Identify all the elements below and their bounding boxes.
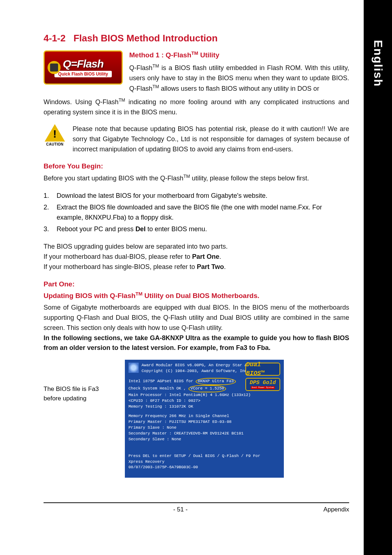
part-one-subheading: Updating BIOS with Q-FlashTM Utility on … [44, 291, 349, 300]
highlight-circle: 8KNXP Ultra Fa3 [196, 378, 236, 385]
bios-line: 08/07/2003-i875P-6A79BG03C-00 [128, 465, 280, 470]
logo-main: Q=Flash [63, 58, 103, 70]
clock-icon [48, 61, 61, 74]
before-heading: Before You Begin: [44, 162, 349, 170]
method1-intro: Q-FlashTM is a BIOS flash utility embedd… [129, 63, 349, 94]
guide-note-b: If your motherboard has dual-BIOS, pleas… [44, 252, 349, 262]
method1-continued: Windows. Using Q-FlashTM indicating no m… [44, 97, 349, 118]
bios-line: Xpress Recovery [128, 459, 280, 465]
bios-line: Press DEL to enter SETUP / Dual BIOS / Q… [128, 453, 280, 459]
guide-note-c: If your motherboard has single-BIOS, ple… [44, 262, 349, 272]
bios-line: Primary Slave : None [128, 425, 280, 431]
page-number: - 51 - [173, 506, 188, 513]
list-item: 2.Extract the BIOS file downloaded and s… [44, 203, 349, 223]
before-list: 1.Download the latest BIOS for your moth… [44, 191, 349, 234]
part-one-para: Some of Gigabyte motherboards are equipp… [44, 303, 349, 333]
caution-text: Please note that because updating BIOS h… [73, 124, 349, 155]
list-item: 1.Download the latest BIOS for your moth… [44, 191, 349, 201]
bios-line: <CPUID : 0F27 Patch ID : 0027> [128, 398, 280, 404]
tm-mark: TM [191, 50, 198, 56]
list-item: 3.Reboot your PC and press Del to enter … [44, 224, 349, 234]
bios-line: Secondary Master : CREATIVEDVD-RM DVD124… [128, 431, 280, 437]
qflash-logo: Q=Flash Quick Flash BIOS Utility [44, 50, 123, 85]
language-tab: English [364, 0, 392, 93]
bios-line: Memory Testing : 131072K OK [128, 404, 280, 410]
bios-line: Secondary Slave : None [128, 437, 280, 442]
section-number: 4-1-2 [44, 33, 66, 44]
method1-title: Method 1 : Q-FlashTM Utility [129, 50, 349, 59]
dps-gold-badge: DPS Gold Dual Power System [245, 378, 280, 391]
guide-note-a: The BIOS upgrading guides below are sepa… [44, 242, 349, 252]
before-intro: Before you start updating BIOS with the … [44, 173, 349, 184]
part-one-heading: Part One: [44, 280, 349, 288]
footer-section: Appendix [323, 506, 349, 513]
bios-post-screen: Dual BIOS™ DPS Gold Dual Power System Aw… [125, 360, 284, 478]
bios-note: The BIOS file is Fa3 before updating [44, 360, 116, 403]
section-heading: 4-1-2 Flash BIOS Method Introduction [44, 33, 349, 44]
footer-rule [44, 502, 349, 503]
bios-line: Main Processor : Intel Pentium(R) 4 1.6G… [128, 392, 280, 398]
highlight-circle: VCore = 1.5250 [188, 385, 226, 392]
logo-sub: Quick Flash BIOS Utility [54, 71, 111, 77]
page-footer: - 51 - Appendix [44, 506, 349, 513]
bios-line: Memory Frequency 266 MHz in Single Chann… [128, 413, 280, 419]
bios-line: Primary Master : FUJITSU MPE3170AT ED-03… [128, 419, 280, 425]
dual-bios-badge: Dual BIOS™ [245, 363, 280, 376]
section-title: Flash BIOS Method Introduction [73, 33, 217, 44]
caution-icon: ! CAUTION [44, 124, 66, 155]
part-one-bold: In the following sections, we take GA-8K… [44, 333, 349, 354]
energy-star-icon [128, 363, 139, 373]
